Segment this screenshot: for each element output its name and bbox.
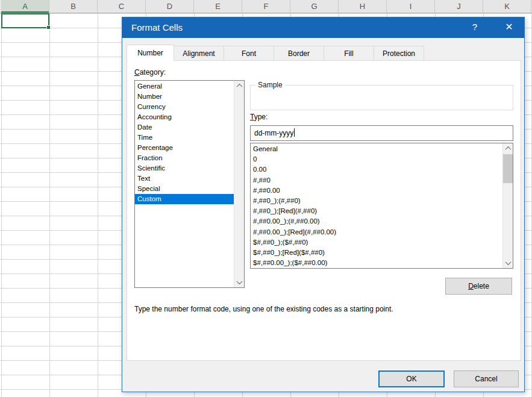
column-header-e[interactable]: E	[194, 0, 242, 13]
cancel-button[interactable]: Cancel	[454, 370, 519, 387]
category-item-date[interactable]: Date	[135, 122, 234, 133]
format-cells-dialog: Format Cells ? ✕ Number Alignment Font B…	[122, 17, 525, 392]
sample-label: Sample	[255, 81, 285, 89]
chevron-up-icon	[505, 146, 511, 152]
format-code-item[interactable]: 0.00	[251, 164, 502, 175]
sample-groupbox: Sample	[250, 85, 513, 110]
format-codes-listbox[interactable]: General 0 0.00 #,##0 #,##0.00 #,##0_);(#…	[250, 143, 513, 269]
type-input-value: dd-mm-yyyy	[254, 129, 293, 137]
category-label: Category:	[134, 68, 166, 77]
format-code-item[interactable]: General	[251, 144, 502, 154]
column-header-i[interactable]: I	[387, 0, 435, 13]
delete-button-label: Delete	[446, 282, 512, 290]
column-header-k[interactable]: K	[483, 0, 531, 13]
format-code-item[interactable]: $#,##0.00_);($#,##0.00)	[251, 258, 502, 268]
tab-strip: Number Alignment Font Border Fill Protec…	[127, 45, 424, 61]
scroll-down-button[interactable]	[503, 258, 513, 268]
tab-font[interactable]: Font	[224, 46, 274, 61]
tab-number[interactable]: Number	[127, 45, 174, 61]
category-listbox[interactable]: General Number Currency Accounting Date …	[134, 80, 245, 288]
category-items: General Number Currency Accounting Date …	[135, 81, 234, 204]
column-header-j[interactable]: J	[435, 0, 483, 13]
dialog-help-button[interactable]: ?	[463, 17, 487, 38]
format-code-item[interactable]: #,##0_);[Red](#,##0)	[251, 206, 502, 216]
selected-cell-a1[interactable]	[1, 13, 49, 28]
column-header-b[interactable]: B	[49, 0, 98, 13]
format-code-item[interactable]: #,##0.00	[251, 186, 502, 196]
column-header-g[interactable]: G	[290, 0, 339, 13]
format-code-item[interactable]: #,##0.00_);(#,##0.00)	[251, 216, 502, 227]
format-code-items: General 0 0.00 #,##0 #,##0.00 #,##0_);(#…	[251, 144, 502, 268]
format-code-item[interactable]: $#,##0_);($#,##0)	[251, 237, 502, 248]
column-header-h[interactable]: H	[339, 0, 387, 13]
column-header-a[interactable]: A	[1, 0, 49, 13]
tab-alignment[interactable]: Alignment	[174, 46, 224, 61]
tab-border[interactable]: Border	[274, 46, 324, 61]
text-caret	[294, 128, 295, 137]
category-item-fraction[interactable]: Fraction	[135, 153, 234, 163]
category-item-text[interactable]: Text	[135, 173, 234, 184]
category-item-accounting[interactable]: Accounting	[135, 112, 234, 122]
category-item-special[interactable]: Special	[135, 184, 234, 194]
format-code-item[interactable]: #,##0_);(#,##0)	[251, 196, 502, 206]
chevron-up-icon	[236, 84, 242, 90]
format-code-item[interactable]: 0	[251, 154, 502, 164]
column-headers: A B C D E F G H I J K	[0, 0, 532, 13]
dialog-titlebar[interactable]: Format Cells ? ✕	[122, 17, 524, 38]
tab-protection[interactable]: Protection	[374, 46, 424, 61]
column-header-c[interactable]: C	[98, 0, 146, 13]
format-code-item[interactable]: $#,##0_);[Red]($#,##0)	[251, 248, 502, 258]
category-item-time[interactable]: Time	[135, 133, 234, 143]
scroll-up-button[interactable]	[503, 143, 513, 154]
category-item-currency[interactable]: Currency	[135, 102, 234, 112]
column-header-f[interactable]: F	[242, 0, 290, 13]
ok-button[interactable]: OK	[378, 370, 445, 387]
fill-handle[interactable]	[46, 25, 51, 30]
number-tab-panel: Category: General Number Currency Accoun…	[127, 60, 521, 361]
type-input[interactable]: dd-mm-yyyy	[250, 125, 513, 141]
category-item-percentage[interactable]: Percentage	[135, 143, 234, 153]
scroll-down-button[interactable]	[234, 277, 244, 287]
format-code-item[interactable]: #,##0.00_);[Red](#,##0.00)	[251, 227, 502, 237]
screen: { "spreadsheet": { "columns": ["A", "B",…	[0, 0, 532, 397]
cancel-button-label: Cancel	[454, 375, 518, 383]
category-item-scientific[interactable]: Scientific	[135, 163, 234, 173]
delete-button[interactable]: Delete	[445, 278, 512, 295]
category-item-number[interactable]: Number	[135, 92, 234, 102]
scrollbar-thumb[interactable]	[503, 154, 513, 183]
format-code-item[interactable]: #,##0	[251, 175, 502, 186]
format-codes-scrollbar[interactable]	[502, 143, 513, 268]
help-text: Type the number format code, using one o…	[134, 305, 514, 313]
chevron-down-icon	[505, 259, 511, 265]
ok-button-label: OK	[380, 375, 443, 383]
dialog-close-button[interactable]: ✕	[497, 17, 521, 38]
type-label: Type:	[250, 113, 268, 121]
category-scrollbar[interactable]	[234, 81, 244, 287]
dialog-title: Format Cells	[131, 17, 183, 38]
tab-fill[interactable]: Fill	[324, 46, 374, 61]
column-header-d[interactable]: D	[146, 0, 194, 13]
category-item-general[interactable]: General	[135, 81, 234, 92]
chevron-down-icon	[236, 278, 242, 284]
scroll-up-button[interactable]	[234, 81, 244, 91]
category-item-custom[interactable]: Custom	[135, 194, 234, 204]
